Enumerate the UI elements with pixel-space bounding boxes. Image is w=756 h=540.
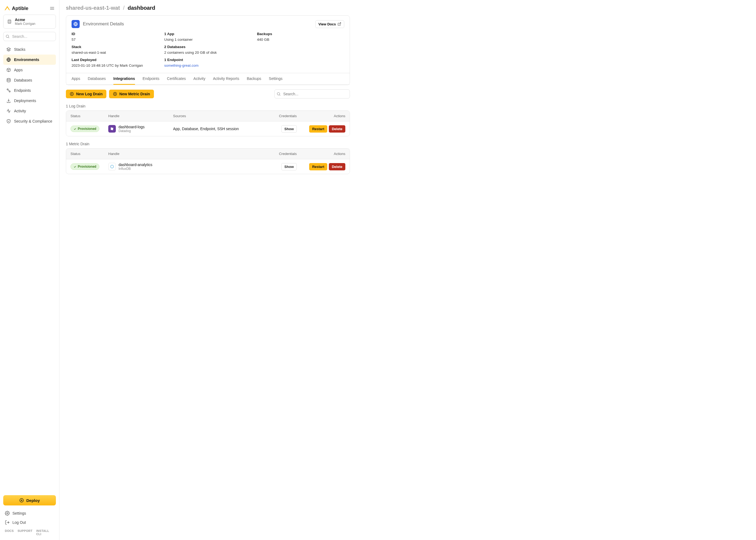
- svg-point-1: [6, 35, 9, 38]
- external-link-icon: [337, 22, 341, 26]
- col-actions: Actions: [297, 152, 345, 156]
- sidebar-item-label: Environments: [14, 58, 39, 62]
- sidebar-item-deployments[interactable]: Deployments: [3, 95, 56, 106]
- provider-name: InfluxDB: [119, 167, 152, 171]
- provider-name: Datadog: [119, 129, 145, 133]
- tab-activity[interactable]: Activity: [193, 73, 205, 84]
- col-sources: Sources: [173, 114, 262, 118]
- tab-databases[interactable]: Databases: [88, 73, 106, 84]
- view-docs-button[interactable]: View Docs: [315, 20, 344, 28]
- log-drain-table: Status Handle Sources Credentials Action…: [66, 110, 350, 136]
- detail-databases: 2 Databases 2 containers using 20 GB of …: [164, 45, 251, 55]
- sidebar-item-logout[interactable]: Log Out: [3, 518, 56, 527]
- search-icon: [277, 92, 281, 96]
- status-badge: Provisioned: [70, 126, 99, 132]
- org-name: Acme: [15, 18, 35, 22]
- globe-badge-icon: [71, 20, 80, 28]
- footer-docs[interactable]: DOCS: [5, 529, 14, 536]
- sidebar-item-activity[interactable]: Activity: [3, 106, 56, 116]
- sidebar-item-label: Apps: [14, 68, 23, 72]
- building-icon: [7, 19, 12, 24]
- sidebar-item-settings[interactable]: Settings: [3, 509, 56, 518]
- breadcrumb-separator: /: [123, 5, 125, 11]
- detail-id: ID 57: [71, 32, 159, 42]
- new-metric-drain-button[interactable]: New Metric Drain: [109, 90, 154, 98]
- restart-button[interactable]: Restart: [309, 125, 327, 133]
- activity-icon: [6, 108, 11, 114]
- plus-circle-icon: [19, 498, 24, 503]
- sidebar-item-endpoints[interactable]: Endpoints: [3, 85, 56, 95]
- tab-backups[interactable]: Backups: [247, 73, 261, 84]
- footer-support[interactable]: SUPPORT: [18, 529, 32, 536]
- status-badge: Provisioned: [70, 163, 99, 170]
- col-credentials: Credentials: [262, 114, 297, 118]
- brand-logo[interactable]: Aptible: [4, 5, 28, 11]
- tab-certificates[interactable]: Certificates: [167, 73, 186, 84]
- card-title: Environment Details: [83, 21, 124, 27]
- influxdb-icon: [108, 163, 116, 170]
- deployments-icon: [6, 98, 11, 103]
- globe-icon: [6, 57, 11, 63]
- endpoints-icon: [6, 88, 11, 93]
- delete-button[interactable]: Delete: [329, 163, 345, 170]
- restart-button[interactable]: Restart: [309, 163, 327, 170]
- detail-backups: Backups 440 GB: [257, 32, 344, 42]
- svg-point-7: [7, 513, 8, 514]
- brand-name: Aptible: [12, 6, 28, 11]
- footer-links: DOCS SUPPORT INSTALL CLI: [3, 527, 56, 537]
- sidebar-item-label: Security & Compliance: [14, 119, 53, 123]
- show-credentials-button[interactable]: Show: [281, 125, 297, 133]
- tabs: Apps Databases Integrations Endpoints Ce…: [66, 73, 350, 85]
- sidebar-item-label: Stacks: [14, 47, 25, 52]
- sidebar-item-stacks[interactable]: Stacks: [3, 44, 56, 55]
- org-user: Mark Corrigan: [15, 22, 35, 26]
- sidebar-search-input[interactable]: [3, 32, 56, 41]
- new-log-drain-button[interactable]: New Log Drain: [66, 90, 106, 98]
- tab-endpoints[interactable]: Endpoints: [143, 73, 159, 84]
- gear-icon: [5, 511, 10, 516]
- shield-icon: [6, 118, 11, 124]
- detail-empty: [257, 45, 344, 55]
- sidebar-item-label: Endpoints: [14, 88, 31, 93]
- detail-endpoint: 1 Endpoint something-great.com: [164, 58, 251, 68]
- col-actions: Actions: [297, 114, 345, 118]
- box-icon: [6, 67, 11, 72]
- details-grid: ID 57 1 App Using 1 container Backups 44…: [66, 30, 350, 73]
- table-search-input[interactable]: [274, 89, 350, 98]
- sidebar-item-label: Deployments: [14, 98, 36, 103]
- menu-toggle-icon[interactable]: [50, 6, 55, 11]
- tab-integrations[interactable]: Integrations: [113, 73, 135, 85]
- settings-label: Settings: [12, 511, 26, 515]
- check-icon: [73, 165, 76, 168]
- sidebar-item-environments[interactable]: Environments: [3, 55, 56, 65]
- plus-circle-icon: [70, 92, 74, 96]
- database-icon: [6, 77, 11, 83]
- tab-activity-reports[interactable]: Activity Reports: [213, 73, 239, 84]
- detail-stack: Stack shared-us-east-1-wat: [71, 45, 159, 55]
- sidebar-nav: Stacks Environments Apps Databases Endpo…: [3, 44, 56, 495]
- svg-marker-12: [111, 165, 114, 168]
- show-credentials-button[interactable]: Show: [281, 163, 297, 170]
- org-selector[interactable]: Acme Mark Corrigan: [3, 15, 56, 29]
- detail-last-deployed: Last Deployed 2023-01-10 19:48:16 UTC by…: [71, 58, 159, 68]
- breadcrumb-parent[interactable]: shared-us-east-1-wat: [66, 5, 120, 11]
- deploy-button[interactable]: Deploy: [3, 495, 56, 505]
- sidebar-item-apps[interactable]: Apps: [3, 65, 56, 75]
- sidebar-item-label: Activity: [14, 109, 26, 113]
- sidebar-item-label: Databases: [14, 78, 32, 82]
- footer-cli[interactable]: INSTALL CLI: [36, 529, 54, 536]
- endpoint-link[interactable]: something-great.com: [164, 64, 198, 68]
- environment-details-card: Environment Details View Docs ID 57 1 Ap…: [66, 15, 350, 85]
- svg-point-11: [277, 93, 280, 95]
- sidebar: Aptible Acme Mark Corrigan Sta: [0, 0, 60, 540]
- tab-settings[interactable]: Settings: [269, 73, 283, 84]
- tab-apps[interactable]: Apps: [71, 73, 80, 84]
- delete-button[interactable]: Delete: [329, 125, 345, 133]
- sidebar-item-security[interactable]: Security & Compliance: [3, 116, 56, 126]
- handle-name: dashboard-analytics: [119, 163, 152, 167]
- aptible-logo-icon: [4, 5, 10, 11]
- sidebar-item-databases[interactable]: Databases: [3, 75, 56, 85]
- search-icon: [5, 34, 10, 39]
- logout-label: Log Out: [12, 520, 26, 525]
- metric-drain-table: Status Handle Credentials Actions Provis…: [66, 148, 350, 174]
